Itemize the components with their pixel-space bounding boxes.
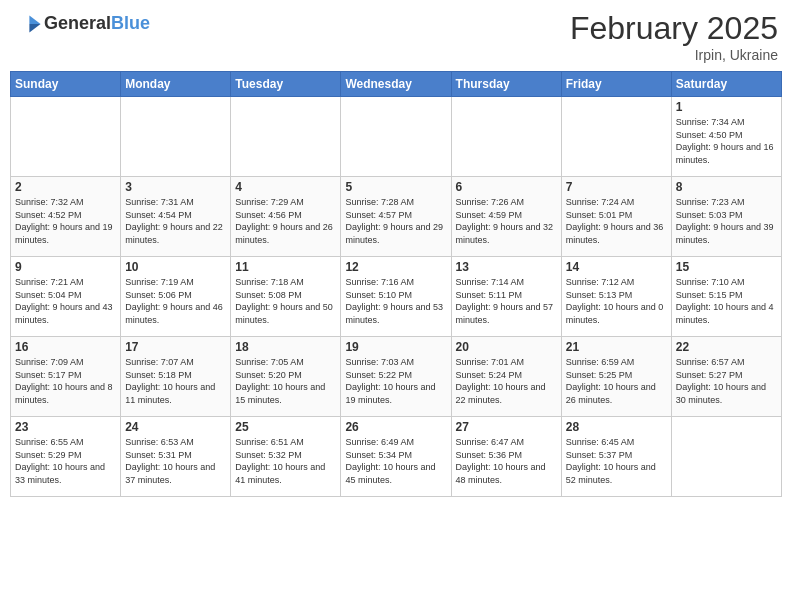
calendar-cell: 3Sunrise: 7:31 AM Sunset: 4:54 PM Daylig… (121, 177, 231, 257)
calendar-cell: 1Sunrise: 7:34 AM Sunset: 4:50 PM Daylig… (671, 97, 781, 177)
day-info: Sunrise: 7:05 AM Sunset: 5:20 PM Dayligh… (235, 356, 336, 406)
day-number: 15 (676, 260, 777, 274)
day-number: 24 (125, 420, 226, 434)
day-info: Sunrise: 7:07 AM Sunset: 5:18 PM Dayligh… (125, 356, 226, 406)
logo: General Blue (14, 10, 150, 38)
day-info: Sunrise: 6:45 AM Sunset: 5:37 PM Dayligh… (566, 436, 667, 486)
day-info: Sunrise: 7:16 AM Sunset: 5:10 PM Dayligh… (345, 276, 446, 326)
day-info: Sunrise: 6:53 AM Sunset: 5:31 PM Dayligh… (125, 436, 226, 486)
day-number: 6 (456, 180, 557, 194)
weekday-header-sunday: Sunday (11, 72, 121, 97)
day-info: Sunrise: 6:51 AM Sunset: 5:32 PM Dayligh… (235, 436, 336, 486)
day-number: 1 (676, 100, 777, 114)
calendar-cell: 25Sunrise: 6:51 AM Sunset: 5:32 PM Dayli… (231, 417, 341, 497)
day-info: Sunrise: 7:31 AM Sunset: 4:54 PM Dayligh… (125, 196, 226, 246)
day-info: Sunrise: 7:18 AM Sunset: 5:08 PM Dayligh… (235, 276, 336, 326)
day-number: 20 (456, 340, 557, 354)
day-number: 8 (676, 180, 777, 194)
weekday-header-wednesday: Wednesday (341, 72, 451, 97)
page-header: General Blue February 2025 Irpin, Ukrain… (10, 10, 782, 63)
calendar: SundayMondayTuesdayWednesdayThursdayFrid… (10, 71, 782, 497)
day-info: Sunrise: 6:49 AM Sunset: 5:34 PM Dayligh… (345, 436, 446, 486)
calendar-cell: 16Sunrise: 7:09 AM Sunset: 5:17 PM Dayli… (11, 337, 121, 417)
day-number: 17 (125, 340, 226, 354)
calendar-cell: 6Sunrise: 7:26 AM Sunset: 4:59 PM Daylig… (451, 177, 561, 257)
calendar-cell: 26Sunrise: 6:49 AM Sunset: 5:34 PM Dayli… (341, 417, 451, 497)
title-block: February 2025 Irpin, Ukraine (570, 10, 778, 63)
calendar-cell (11, 97, 121, 177)
day-number: 19 (345, 340, 446, 354)
logo-icon (14, 10, 42, 38)
calendar-cell: 22Sunrise: 6:57 AM Sunset: 5:27 PM Dayli… (671, 337, 781, 417)
day-number: 27 (456, 420, 557, 434)
day-number: 10 (125, 260, 226, 274)
day-info: Sunrise: 7:14 AM Sunset: 5:11 PM Dayligh… (456, 276, 557, 326)
day-info: Sunrise: 7:21 AM Sunset: 5:04 PM Dayligh… (15, 276, 116, 326)
day-number: 12 (345, 260, 446, 274)
calendar-cell: 14Sunrise: 7:12 AM Sunset: 5:13 PM Dayli… (561, 257, 671, 337)
calendar-cell: 17Sunrise: 7:07 AM Sunset: 5:18 PM Dayli… (121, 337, 231, 417)
day-number: 14 (566, 260, 667, 274)
weekday-header-friday: Friday (561, 72, 671, 97)
day-number: 4 (235, 180, 336, 194)
calendar-cell: 28Sunrise: 6:45 AM Sunset: 5:37 PM Dayli… (561, 417, 671, 497)
calendar-cell (451, 97, 561, 177)
weekday-header-thursday: Thursday (451, 72, 561, 97)
day-info: Sunrise: 7:26 AM Sunset: 4:59 PM Dayligh… (456, 196, 557, 246)
day-number: 16 (15, 340, 116, 354)
day-info: Sunrise: 6:57 AM Sunset: 5:27 PM Dayligh… (676, 356, 777, 406)
logo-blue-text: Blue (111, 14, 150, 34)
calendar-cell: 27Sunrise: 6:47 AM Sunset: 5:36 PM Dayli… (451, 417, 561, 497)
location: Irpin, Ukraine (570, 47, 778, 63)
day-info: Sunrise: 7:10 AM Sunset: 5:15 PM Dayligh… (676, 276, 777, 326)
day-info: Sunrise: 7:34 AM Sunset: 4:50 PM Dayligh… (676, 116, 777, 166)
day-info: Sunrise: 7:12 AM Sunset: 5:13 PM Dayligh… (566, 276, 667, 326)
day-info: Sunrise: 7:28 AM Sunset: 4:57 PM Dayligh… (345, 196, 446, 246)
calendar-cell: 11Sunrise: 7:18 AM Sunset: 5:08 PM Dayli… (231, 257, 341, 337)
calendar-week-4: 23Sunrise: 6:55 AM Sunset: 5:29 PM Dayli… (11, 417, 782, 497)
day-number: 13 (456, 260, 557, 274)
weekday-header-tuesday: Tuesday (231, 72, 341, 97)
day-number: 26 (345, 420, 446, 434)
day-info: Sunrise: 7:32 AM Sunset: 4:52 PM Dayligh… (15, 196, 116, 246)
calendar-cell: 13Sunrise: 7:14 AM Sunset: 5:11 PM Dayli… (451, 257, 561, 337)
weekday-header-row: SundayMondayTuesdayWednesdayThursdayFrid… (11, 72, 782, 97)
calendar-cell (231, 97, 341, 177)
calendar-cell: 7Sunrise: 7:24 AM Sunset: 5:01 PM Daylig… (561, 177, 671, 257)
day-number: 7 (566, 180, 667, 194)
day-info: Sunrise: 7:29 AM Sunset: 4:56 PM Dayligh… (235, 196, 336, 246)
calendar-cell (671, 417, 781, 497)
calendar-week-1: 2Sunrise: 7:32 AM Sunset: 4:52 PM Daylig… (11, 177, 782, 257)
calendar-cell: 8Sunrise: 7:23 AM Sunset: 5:03 PM Daylig… (671, 177, 781, 257)
day-info: Sunrise: 7:23 AM Sunset: 5:03 PM Dayligh… (676, 196, 777, 246)
day-info: Sunrise: 6:59 AM Sunset: 5:25 PM Dayligh… (566, 356, 667, 406)
day-number: 21 (566, 340, 667, 354)
month-title: February 2025 (570, 10, 778, 47)
logo-general-text: General (44, 14, 111, 34)
calendar-cell: 24Sunrise: 6:53 AM Sunset: 5:31 PM Dayli… (121, 417, 231, 497)
day-number: 22 (676, 340, 777, 354)
calendar-cell (561, 97, 671, 177)
calendar-cell: 15Sunrise: 7:10 AM Sunset: 5:15 PM Dayli… (671, 257, 781, 337)
day-info: Sunrise: 7:19 AM Sunset: 5:06 PM Dayligh… (125, 276, 226, 326)
calendar-week-0: 1Sunrise: 7:34 AM Sunset: 4:50 PM Daylig… (11, 97, 782, 177)
calendar-cell: 4Sunrise: 7:29 AM Sunset: 4:56 PM Daylig… (231, 177, 341, 257)
calendar-cell: 18Sunrise: 7:05 AM Sunset: 5:20 PM Dayli… (231, 337, 341, 417)
calendar-week-3: 16Sunrise: 7:09 AM Sunset: 5:17 PM Dayli… (11, 337, 782, 417)
calendar-cell: 20Sunrise: 7:01 AM Sunset: 5:24 PM Dayli… (451, 337, 561, 417)
day-number: 23 (15, 420, 116, 434)
calendar-cell: 21Sunrise: 6:59 AM Sunset: 5:25 PM Dayli… (561, 337, 671, 417)
day-number: 18 (235, 340, 336, 354)
weekday-header-saturday: Saturday (671, 72, 781, 97)
calendar-cell (121, 97, 231, 177)
weekday-header-monday: Monday (121, 72, 231, 97)
day-info: Sunrise: 6:47 AM Sunset: 5:36 PM Dayligh… (456, 436, 557, 486)
day-number: 11 (235, 260, 336, 274)
calendar-cell: 19Sunrise: 7:03 AM Sunset: 5:22 PM Dayli… (341, 337, 451, 417)
day-info: Sunrise: 7:09 AM Sunset: 5:17 PM Dayligh… (15, 356, 116, 406)
calendar-cell: 10Sunrise: 7:19 AM Sunset: 5:06 PM Dayli… (121, 257, 231, 337)
day-number: 25 (235, 420, 336, 434)
calendar-cell: 12Sunrise: 7:16 AM Sunset: 5:10 PM Dayli… (341, 257, 451, 337)
calendar-cell: 23Sunrise: 6:55 AM Sunset: 5:29 PM Dayli… (11, 417, 121, 497)
calendar-cell: 5Sunrise: 7:28 AM Sunset: 4:57 PM Daylig… (341, 177, 451, 257)
